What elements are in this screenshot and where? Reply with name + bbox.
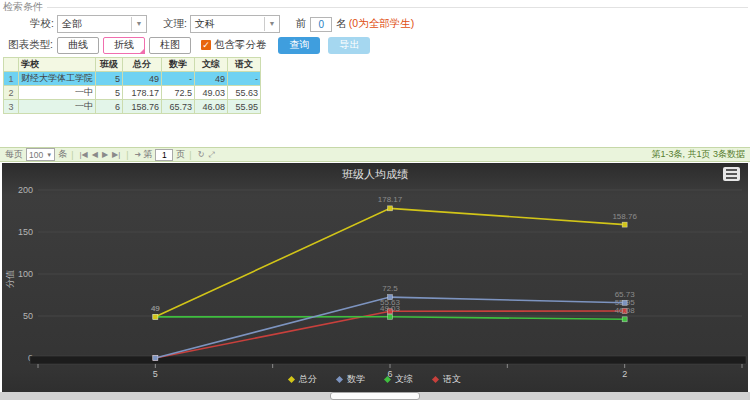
school-select-value: 全部 (58, 17, 82, 31)
table-cell: 55.63 (228, 86, 261, 100)
divider (47, 7, 748, 8)
pager-bar: 每页 100 ▼ 条 | |◀ ◀ ▶ ▶| | ➜ 第 页 | ↻ ⤢ 第1-… (0, 147, 750, 162)
legend-marker-icon (336, 376, 343, 383)
table-cell: 55.95 (228, 100, 261, 114)
table-cell: 49 (123, 72, 162, 86)
table-cell: - (228, 72, 261, 86)
scrollbar-thumb[interactable] (330, 392, 420, 400)
school-label: 学校: (30, 17, 54, 31)
svg-text:分值: 分值 (5, 270, 15, 288)
column-header-0[interactable]: 学校 (19, 58, 96, 72)
table-cell: 5 (96, 86, 123, 100)
per-page-label: 每页 (5, 148, 23, 161)
chart-legend: 总分数学文综语文 (2, 373, 748, 386)
row-number-cell: 3 (4, 100, 19, 114)
legend-item-2[interactable]: 文综 (385, 373, 413, 386)
refresh-icon[interactable]: ↻ (198, 150, 205, 159)
table-row[interactable]: 3一中6158.7665.7346.0855.95 (4, 100, 261, 114)
table-cell: 财经大学体工学院 (19, 72, 96, 86)
chart-type-button-0[interactable]: 曲线 (57, 37, 99, 54)
line-chart-plot: 050100150200分值56255.6355.954949.0346.087… (2, 163, 748, 392)
legend-item-1[interactable]: 数学 (337, 373, 365, 386)
svg-text:100: 100 (18, 269, 33, 279)
legend-item-3[interactable]: 语文 (433, 373, 461, 386)
column-header-5[interactable]: 语文 (228, 58, 261, 72)
row-number-header (4, 58, 19, 72)
top-n-input[interactable] (310, 17, 332, 32)
legend-label: 总分 (299, 373, 317, 386)
chart-type-button-2[interactable]: 柱图 (149, 37, 191, 54)
table-row[interactable]: 2一中5178.1772.549.0355.63 (4, 86, 261, 100)
page-unit: 页 (176, 148, 185, 161)
wenli-select-value: 文科 (191, 17, 215, 31)
chart-type-button-1[interactable]: 折线 (103, 37, 145, 54)
horizontal-scrollbar (0, 392, 750, 400)
search-panel: 检索条件 学校: 全部 ▼ 文理: 文科 ▼ 前 名 (0为全部学生) 图表类型… (0, 0, 750, 161)
table-row[interactable]: 1财经大学体工学院549-49- (4, 72, 261, 86)
legend-marker-icon (288, 376, 295, 383)
legend-label: 语文 (443, 373, 461, 386)
per-page-unit: 条 (58, 148, 67, 161)
svg-text:49: 49 (151, 304, 160, 313)
chevron-down-icon: ▼ (46, 152, 52, 158)
top-n-suffix: 名 (336, 17, 347, 31)
svg-text:158.76: 158.76 (612, 212, 637, 221)
svg-text:200: 200 (18, 185, 33, 195)
school-select[interactable]: 全部 ▼ (57, 15, 147, 33)
page-size-value: 100 (29, 150, 43, 160)
include-zero-checkbox[interactable]: ✓ 包含零分卷 (201, 38, 267, 52)
chart-type-row: 图表类型: 曲线折线柱图 ✓ 包含零分卷 查询 导出 (8, 36, 750, 54)
divider: | (126, 150, 128, 160)
svg-text:49.03: 49.03 (380, 304, 401, 313)
svg-text:150: 150 (18, 227, 33, 237)
chart-type-label: 图表类型: (8, 38, 53, 52)
svg-text:46.08: 46.08 (615, 306, 636, 315)
top-n-label: 前 (296, 17, 307, 31)
table-header-row: 学校班级总分数学文综语文 (4, 58, 261, 72)
divider: | (71, 150, 73, 160)
search-panel-legend: 检索条件 (0, 0, 750, 12)
resize-grid-icon[interactable]: ⤢ (208, 150, 214, 160)
query-button[interactable]: 查询 (278, 37, 320, 54)
table-cell: - (162, 72, 195, 86)
column-header-2[interactable]: 总分 (123, 58, 162, 72)
search-panel-title: 检索条件 (3, 0, 43, 14)
export-button[interactable]: 导出 (328, 37, 370, 54)
checkbox-checked-icon: ✓ (201, 40, 211, 50)
column-header-3[interactable]: 数学 (162, 58, 195, 72)
table-cell: 一中 (19, 100, 96, 114)
svg-text:65.73: 65.73 (615, 290, 636, 299)
goto-page-icon[interactable]: ➜ (135, 150, 142, 159)
next-page-icon[interactable]: ▶ (102, 150, 108, 159)
svg-text:178.17: 178.17 (378, 195, 403, 204)
table-cell: 6 (96, 100, 123, 114)
column-header-1[interactable]: 班级 (96, 58, 123, 72)
row-number-cell: 2 (4, 86, 19, 100)
filter-row: 学校: 全部 ▼ 文理: 文科 ▼ 前 名 (0为全部学生) (30, 15, 750, 33)
page-size-select[interactable]: 100 ▼ (26, 148, 55, 161)
legend-marker-icon (384, 376, 391, 383)
table-cell: 46.08 (195, 100, 228, 114)
last-page-icon[interactable]: ▶| (112, 150, 120, 159)
page-number-input[interactable] (155, 149, 173, 161)
top-n-note: (0为全部学生) (349, 17, 414, 31)
column-header-4[interactable]: 文综 (195, 58, 228, 72)
row-number-cell: 1 (4, 72, 19, 86)
svg-text:50: 50 (23, 311, 33, 321)
legend-marker-icon (432, 376, 439, 383)
divider: | (189, 150, 191, 160)
chevron-down-icon: ▼ (131, 17, 146, 31)
results-table: 学校班级总分数学文综语文 1财经大学体工学院549-49-2一中5178.177… (3, 57, 261, 114)
table-cell: 5 (96, 72, 123, 86)
include-zero-label: 包含零分卷 (214, 38, 267, 52)
prev-page-icon[interactable]: ◀ (92, 150, 98, 159)
wenli-label: 文理: (163, 17, 187, 31)
chart-type-buttons: 曲线折线柱图 (53, 37, 191, 54)
wenli-select[interactable]: 文科 ▼ (190, 15, 280, 33)
page-label: 第 (143, 148, 152, 161)
table-cell: 65.73 (162, 100, 195, 114)
legend-item-0[interactable]: 总分 (289, 373, 317, 386)
first-page-icon[interactable]: |◀ (79, 150, 87, 159)
chevron-down-icon: ▼ (264, 17, 279, 31)
table-cell: 49 (195, 72, 228, 86)
